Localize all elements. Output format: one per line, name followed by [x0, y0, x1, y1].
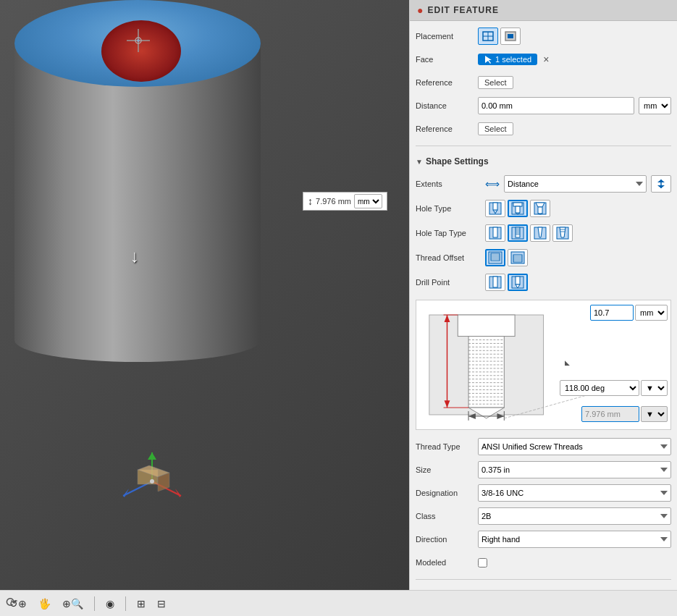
svg-marker-19	[485, 56, 492, 64]
svg-rect-24	[493, 203, 497, 210]
drill-angled-icon	[510, 276, 525, 289]
hole-simple-icon	[488, 202, 503, 215]
extents-extra-btn[interactable]	[651, 175, 671, 193]
drill-point-flat-btn[interactable]	[485, 274, 505, 291]
depth-unit-select[interactable]: mm in	[635, 305, 668, 321]
angle-value-row: 118.00 deg 90.00 deg ▼	[560, 380, 668, 396]
thread-type-label: Thread Type	[416, 442, 474, 451]
placement-label: Placement	[416, 32, 474, 41]
tap-type-none-btn[interactable]	[485, 224, 505, 242]
modeled-checkbox[interactable]	[478, 558, 487, 568]
shape-settings-triangle: ▼	[416, 158, 423, 166]
thread-offset-none-btn[interactable]	[485, 249, 505, 266]
bottom-dim-input[interactable]	[581, 406, 639, 422]
thread-offset-icons	[485, 249, 528, 266]
toolbar-display-btn[interactable]: ⊟	[154, 596, 169, 612]
svg-marker-49	[560, 227, 565, 237]
bottom-toolbar: ↺⊕ 🖐 ⊕🔍 ◉ ⊞ ⊟ ⟳	[0, 590, 677, 616]
modeled-row: Modeled	[416, 553, 671, 572]
direction-row: Direction Right hand Left hand	[416, 530, 671, 549]
right-panel: ● EDIT FEATURE Placement	[409, 0, 677, 590]
hole-counterbore-icon	[510, 202, 525, 215]
placement-face-icon	[505, 31, 516, 41]
dimension-unit-select[interactable]: mm in	[354, 194, 382, 208]
svg-text:◣: ◣	[565, 359, 570, 366]
extents-flip-icon	[655, 179, 667, 189]
svg-rect-65	[493, 277, 497, 287]
reference-select-btn-2[interactable]: Select	[478, 122, 513, 135]
drill-point-label: Drill Point	[416, 278, 481, 287]
tap-pipe-icon	[555, 227, 570, 240]
hole-type-simple-btn[interactable]	[485, 200, 505, 217]
depth-value-input[interactable]	[590, 305, 634, 321]
thread-offset-none-icon	[488, 251, 503, 264]
size-select[interactable]: 0.375 in 0.25 in 0.5 in	[478, 461, 671, 478]
angle-unit-select[interactable]: ▼	[641, 380, 668, 396]
toolbar-left-icon: ⟳	[6, 594, 17, 610]
svg-rect-53	[491, 253, 500, 261]
thread-offset-row: Thread Offset	[416, 248, 671, 268]
direction-select[interactable]: Right hand Left hand	[478, 531, 671, 548]
designation-row: Designation 3/8-16 UNC 3/8-24 UNF	[416, 484, 671, 502]
distance-row: Distance mm in	[416, 96, 671, 115]
designation-select[interactable]: 3/8-16 UNC 3/8-24 UNF	[478, 484, 671, 502]
hole-type-countersink-btn[interactable]	[530, 200, 550, 217]
thread-offset-label: Thread Offset	[416, 253, 481, 262]
tap-type-pipe-btn[interactable]	[552, 224, 573, 242]
toolbar-view-btn[interactable]: ◉	[102, 596, 118, 612]
face-clear-btn[interactable]: ×	[542, 54, 550, 65]
drill-point-angled-btn[interactable]	[508, 274, 528, 291]
placement-face-btn[interactable]	[500, 28, 521, 45]
hole-type-counterbore-btn[interactable]	[508, 200, 528, 217]
svg-rect-59	[513, 255, 522, 262]
distance-input[interactable]	[478, 97, 634, 114]
reference-row-2: Reference Select	[416, 119, 671, 138]
shape-settings-label: Shape Settings	[426, 156, 489, 166]
class-select[interactable]: 2B 3B	[478, 507, 671, 525]
tap-type-tapped-btn[interactable]	[508, 224, 528, 242]
extents-select[interactable]: Distance Through All Blind	[504, 175, 647, 193]
viewport[interactable]: ↓ ↕ 7.976 mm	[0, 0, 409, 590]
svg-marker-22	[657, 185, 665, 188]
bottom-dim-unit-select[interactable]: ▼	[641, 406, 668, 422]
toolbar-pan-btn[interactable]: 🖐	[35, 596, 54, 612]
depth-arrow: ↓	[130, 246, 139, 266]
placement-sketch-icon	[482, 31, 494, 41]
svg-rect-28	[513, 203, 522, 206]
hole-type-row: Hole Type	[416, 198, 671, 219]
class-label: Class	[416, 512, 474, 520]
thread-offset-offset-btn[interactable]	[508, 249, 528, 266]
svg-rect-34	[538, 207, 542, 214]
placement-sketch-btn[interactable]	[478, 28, 498, 45]
toolbar-sep-1	[94, 596, 95, 611]
toolbar-grid-btn[interactable]: ⊞	[133, 596, 149, 612]
tap-tapered-icon	[533, 227, 547, 240]
tap-type-tapered-btn[interactable]	[530, 224, 550, 242]
svg-rect-29	[516, 206, 520, 213]
toolbar-zoom-btn[interactable]: ⊕🔍	[59, 596, 87, 612]
tap-none-icon	[488, 227, 503, 240]
dim-arrow-icon: ↕	[308, 195, 313, 207]
svg-point-3	[137, 39, 140, 42]
distance-unit-select[interactable]: mm in	[639, 97, 671, 114]
cursor-icon	[484, 55, 492, 64]
shape-settings-header[interactable]: ▼ Shape Settings	[416, 153, 671, 169]
reference-select-btn-1[interactable]: Select	[478, 76, 513, 89]
drill-point-row: Drill Point	[416, 272, 671, 292]
hole-tap-type-icons	[485, 224, 573, 242]
dimension-label: ↕ 7.976 mm mm in	[303, 192, 387, 211]
class-row: Class 2B 3B	[416, 507, 671, 526]
reference-label-1: Reference	[416, 78, 474, 87]
drill-point-icons	[485, 274, 528, 291]
depth-value-row: mm in	[590, 305, 668, 321]
size-row: Size 0.375 in 0.25 in 0.5 in	[416, 460, 671, 479]
svg-rect-38	[493, 227, 497, 237]
thread-type-select[interactable]: ANSI Unified Screw Threads ISO Metric	[478, 438, 671, 455]
face-selected-badge[interactable]: 1 selected	[478, 54, 537, 65]
angle-value-select[interactable]: 118.00 deg 90.00 deg	[560, 380, 639, 396]
hole-countersink-icon	[533, 202, 547, 215]
hole-tap-type-row: Hole Tap Type	[416, 223, 671, 243]
hole-type-label: Hole Type	[416, 204, 481, 213]
placement-row: Placement	[416, 27, 671, 46]
coordinate-axes	[116, 445, 188, 518]
